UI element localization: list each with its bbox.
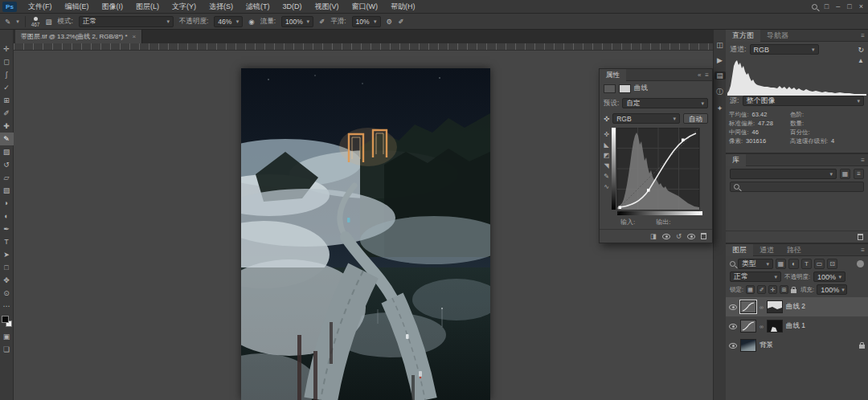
blend-mode-select[interactable]: 正常 ▾ xyxy=(79,16,174,27)
layer-name[interactable]: 曲线 2 xyxy=(786,302,805,312)
collapse-panel-icon[interactable]: « xyxy=(698,71,701,79)
menu-item-select[interactable]: 选择(S) xyxy=(203,0,240,14)
curves-editor[interactable] xyxy=(612,128,702,216)
tab-libraries[interactable]: 库 xyxy=(726,154,746,166)
filter-pixel-layers-icon[interactable]: ▦ xyxy=(776,259,786,269)
maximize-button[interactable]: □ xyxy=(847,2,851,10)
visibility-toggle-icon[interactable] xyxy=(687,234,695,239)
gray-point-eyedropper-icon[interactable]: ◩ xyxy=(604,152,610,159)
tab-paths[interactable]: 路径 xyxy=(780,244,808,256)
grid-view-icon[interactable]: ▦ xyxy=(840,169,850,179)
adjustment-layer-thumbnail[interactable] xyxy=(740,320,756,333)
filter-smart-objects-icon[interactable]: ⊡ xyxy=(827,259,837,269)
tool-more[interactable]: ⋯ xyxy=(0,300,14,312)
tool-crop[interactable]: ⊞ xyxy=(0,94,14,107)
tool-blur[interactable]: ◗ xyxy=(0,197,14,210)
actions-panel-icon[interactable]: ▶ xyxy=(717,56,723,64)
brush-tool-icon[interactable]: ✎ xyxy=(5,18,10,26)
tool-pen[interactable]: ✒ xyxy=(0,222,14,235)
tool-clone-stamp[interactable]: ▨ xyxy=(0,145,14,158)
targeted-adjust-icon[interactable]: ✜ xyxy=(604,115,609,123)
layer-row-curves-1[interactable]: ∞ 曲线 1 xyxy=(726,316,868,336)
tool-quick-selection[interactable]: ✓ xyxy=(0,81,14,94)
layer-name[interactable]: 背景 xyxy=(760,341,773,350)
delete-library-item-icon[interactable] xyxy=(858,234,863,240)
adjustment-layer-thumbnail[interactable] xyxy=(740,300,756,313)
tab-navigator[interactable]: 导航器 xyxy=(760,30,795,42)
histogram-source-select[interactable]: 整个图像 ▾ xyxy=(743,96,864,106)
clip-to-layer-icon[interactable]: ◨ xyxy=(650,232,657,240)
panel-menu-icon[interactable]: ≡ xyxy=(861,32,865,39)
tool-eyedropper[interactable]: ✐ xyxy=(0,107,14,120)
black-point-eyedropper-icon[interactable]: ◣ xyxy=(604,141,608,149)
menu-item-layer[interactable]: 图层(L) xyxy=(129,0,166,14)
filter-type-layers-icon[interactable]: T xyxy=(801,259,812,269)
layer-fill-select[interactable]: 100% ▾ xyxy=(817,284,847,295)
layer-row-background[interactable]: 背景 xyxy=(726,336,868,355)
auto-button[interactable]: 自动 xyxy=(683,113,708,124)
layer-visibility-icon[interactable] xyxy=(729,324,737,329)
library-search-input[interactable] xyxy=(730,182,864,192)
tool-shape[interactable]: □ xyxy=(0,261,14,274)
color-swatches[interactable] xyxy=(0,314,14,330)
menu-item-help[interactable]: 帮助(H) xyxy=(384,0,422,14)
tool-type[interactable]: T xyxy=(0,235,14,248)
filter-toggle-icon[interactable] xyxy=(857,260,864,267)
toggle-brush-panel-icon[interactable]: ▨ xyxy=(46,18,52,26)
layer-blend-mode-select[interactable]: 正常 ▾ xyxy=(730,271,781,282)
tool-lasso[interactable]: ʃ xyxy=(0,68,14,81)
workspace-switcher-icon[interactable]: □ xyxy=(825,2,829,10)
menu-item-type[interactable]: 文字(Y) xyxy=(166,0,203,14)
lock-artboard-icon[interactable]: ⊞ xyxy=(780,285,788,294)
list-view-icon[interactable]: ≡ xyxy=(854,169,864,179)
tool-eraser[interactable]: ▱ xyxy=(0,171,14,184)
smoothing-gear-icon[interactable]: ⚙ xyxy=(387,18,393,26)
brush-preset-picker[interactable]: 467 xyxy=(31,17,40,27)
tool-rect-marquee[interactable]: ◻ xyxy=(0,55,14,68)
background-layer-thumbnail[interactable] xyxy=(740,339,756,352)
smoothing-select[interactable]: 10% ▾ xyxy=(352,16,381,27)
delete-adjustment-icon[interactable] xyxy=(701,233,706,239)
menu-item-window[interactable]: 窗口(W) xyxy=(346,0,385,14)
layer-mask-thumbnail[interactable] xyxy=(767,300,783,313)
curve-pencil-icon[interactable]: ✎ xyxy=(604,173,609,180)
white-point-eyedropper-icon[interactable]: ◥ xyxy=(604,162,608,169)
minimize-button[interactable]: – xyxy=(836,2,840,10)
panel-menu-icon[interactable]: ≡ xyxy=(861,157,865,164)
channel-select[interactable]: RGB ▾ xyxy=(612,113,680,124)
foreground-color-swatch[interactable] xyxy=(2,316,9,323)
lock-position-icon[interactable]: ✛ xyxy=(768,285,777,294)
layer-mask-thumbnail[interactable] xyxy=(767,320,783,333)
curve-smooth-icon[interactable]: ∿ xyxy=(604,183,609,190)
layer-row-curves-2[interactable]: ∞ 曲线 2 xyxy=(726,297,868,316)
panel-menu-icon[interactable]: ≡ xyxy=(861,247,865,254)
tool-brush[interactable]: ✎ xyxy=(0,133,14,145)
tool-gradient[interactable]: ▧ xyxy=(0,184,14,197)
layer-opacity-select[interactable]: 100% ▾ xyxy=(813,271,845,282)
reset-icon[interactable]: ↺ xyxy=(676,232,682,240)
flow-select[interactable]: 100% ▾ xyxy=(281,16,313,27)
preset-select[interactable]: 自定 ▾ xyxy=(622,98,708,108)
library-select[interactable]: ▾ xyxy=(730,169,837,179)
opacity-select[interactable]: 46% ▾ xyxy=(214,16,243,27)
tab-properties[interactable]: 属性 xyxy=(600,69,626,81)
filter-shape-layers-icon[interactable]: ▭ xyxy=(814,259,825,269)
tool-move[interactable]: ✛ xyxy=(0,43,14,55)
filter-adjustment-layers-icon[interactable]: ◐ xyxy=(788,259,799,269)
document-canvas-image[interactable] xyxy=(241,68,490,400)
menu-item-view[interactable]: 视图(V) xyxy=(309,0,346,14)
airbrush-icon[interactable]: ✐ xyxy=(319,18,325,26)
menu-item-3d[interactable]: 3D(D) xyxy=(276,0,309,14)
document-tab[interactable]: 带图层.tif @ 13.2%(曲线 2, RGB/8*) * × xyxy=(15,30,142,43)
pressure-size-icon[interactable]: ✐ xyxy=(398,18,403,26)
pressure-opacity-icon[interactable]: ◉ xyxy=(248,18,254,26)
tool-spot-healing[interactable]: ✚ xyxy=(0,120,14,133)
learn-panel-icon[interactable]: ✦ xyxy=(717,104,723,112)
menu-item-filter[interactable]: 滤镜(T) xyxy=(240,0,276,14)
menu-item-edit[interactable]: 编辑(E) xyxy=(59,0,96,14)
search-icon[interactable] xyxy=(812,4,817,10)
info-panel-icon[interactable]: ⓘ xyxy=(716,87,723,97)
tool-zoom[interactable]: ⊙ xyxy=(0,287,14,300)
menu-item-file[interactable]: 文件(F) xyxy=(22,0,59,14)
brush-tool-caret-icon[interactable]: ▾ xyxy=(16,18,19,25)
